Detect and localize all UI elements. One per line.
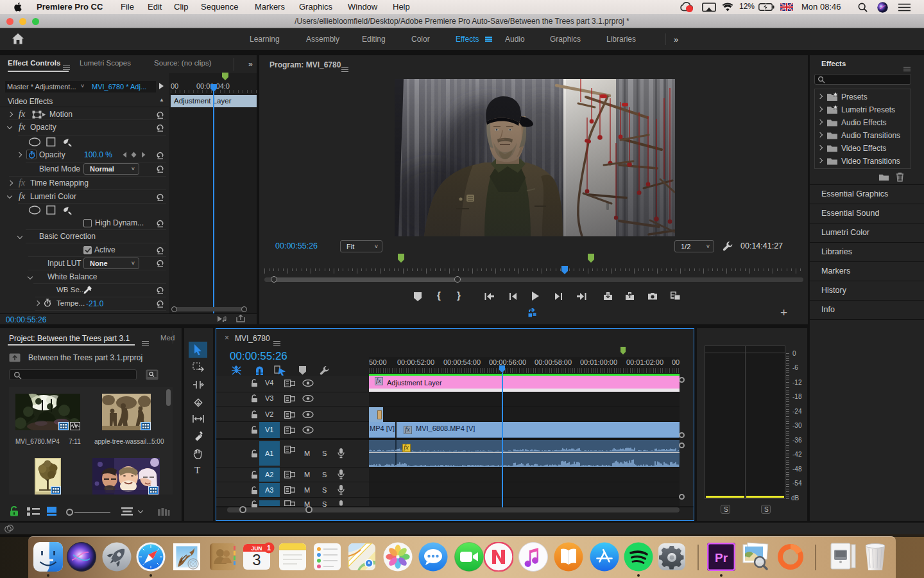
svg-text:3: 3 xyxy=(252,551,261,568)
svg-text:Pr: Pr xyxy=(715,551,728,565)
svg-text:JUN: JUN xyxy=(251,545,262,552)
svg-text:1: 1 xyxy=(267,544,271,552)
